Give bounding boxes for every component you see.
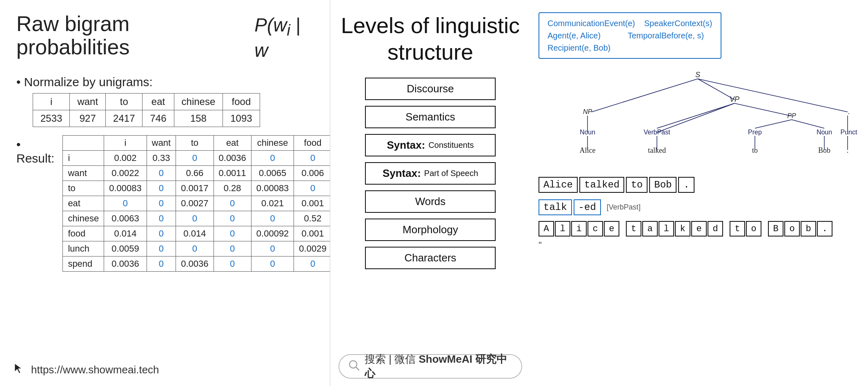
svg-line-10: [657, 103, 734, 128]
level-syntax-constituents: Syntax: Constituents: [365, 134, 496, 156]
svg-text:Noun: Noun: [817, 129, 832, 136]
morph-talk: talk: [539, 199, 572, 215]
footer: https://www.showmeai.tech: [12, 362, 159, 378]
svg-line-1: [356, 367, 359, 370]
footnote: ": [539, 240, 860, 250]
right-panel: Levels of linguisticstructure Discourse …: [330, 0, 868, 386]
words-sentence-section: Alice talked to Bob .: [539, 177, 860, 193]
svg-text:PP: PP: [787, 112, 796, 119]
svg-text:Punct: Punct: [841, 129, 857, 136]
left-panel: Raw bigram probabilities P(wi | w Normal…: [0, 0, 335, 386]
char-o2: o: [784, 221, 800, 237]
sem-line-1: CommunicationEvent(e) SpeakerContext(s): [548, 17, 712, 29]
char-a: a: [642, 221, 658, 237]
result-label: Result:: [16, 138, 54, 165]
formula-inline: P(wi | w: [254, 14, 318, 61]
unigram-table: iwanttoeatchinesefood 253392724177461581…: [33, 93, 260, 127]
main-title: Raw bigram probabilities: [16, 12, 246, 59]
level-syntax-pos: Syntax: Part of Speech: [365, 162, 496, 185]
levels-title: Levels of linguisticstructure: [341, 12, 520, 65]
svg-line-8: [698, 79, 734, 100]
char-B: B: [768, 221, 783, 237]
level-characters: Characters: [365, 247, 496, 269]
char-t: t: [626, 221, 641, 237]
level-semantics: Semantics: [365, 106, 496, 128]
semantic-box: CommunicationEvent(e) SpeakerContext(s) …: [539, 12, 721, 59]
sem-line-3: Recipient(e, Bob): [548, 42, 712, 54]
svg-text:VP: VP: [730, 95, 739, 103]
svg-line-9: [698, 79, 848, 112]
char-A: A: [539, 221, 554, 237]
verbpast-label: [VerbPast]: [607, 203, 641, 212]
svg-text:.: .: [848, 107, 850, 116]
bigram-table: iwanttoeatchinesefoodi0.0020.3300.003600…: [62, 135, 347, 272]
level-discourse: Discourse: [365, 78, 496, 100]
char-t2: t: [730, 221, 745, 237]
svg-text:NP: NP: [583, 108, 592, 115]
char-sp1: [620, 221, 625, 237]
char-i: i: [571, 221, 587, 237]
search-bar[interactable]: 搜索 | 微信 ShowMeAI 研究中心: [338, 354, 522, 379]
tree-section: CommunicationEvent(e) SpeakerContext(s) …: [530, 0, 868, 386]
parse-tree-svg: S VP NP PP .: [539, 65, 868, 171]
title-row: Raw bigram probabilities P(wi | w: [16, 12, 318, 63]
unigram-value-row: 253392724177461581093: [33, 110, 260, 127]
char-l2: l: [659, 221, 674, 237]
normalize-label: Normalize by unigrams:: [16, 75, 318, 89]
svg-text:Prep: Prep: [748, 129, 762, 136]
level-words: Words: [365, 190, 496, 213]
svg-line-12: [755, 120, 792, 128]
cursor-icon: [12, 362, 25, 378]
char-sp3: [762, 221, 767, 237]
char-l: l: [555, 221, 570, 237]
word-period: .: [678, 177, 694, 193]
char-row: A l i c e t a l k e d t o B o b .: [539, 221, 860, 237]
footer-url: https://www.showmeai.tech: [31, 364, 159, 376]
sem-line-2: Agent(e, Alice) TemporalBefore(e, s): [548, 29, 712, 42]
char-d: d: [708, 221, 723, 237]
char-e: e: [604, 221, 619, 237]
result-section: Result: iwanttoeatchinesefoodi0.0020.330…: [16, 135, 318, 272]
svg-line-13: [792, 120, 824, 128]
words-sentence-row: Alice talked to Bob .: [539, 177, 860, 193]
parse-tree-area: S VP NP PP .: [539, 65, 860, 173]
unigram-header-row: iwanttoeatchinesefood: [33, 94, 260, 110]
search-icon: [348, 359, 360, 374]
word-alice: Alice: [539, 177, 578, 193]
char-k: k: [675, 221, 690, 237]
char-b: b: [801, 221, 816, 237]
word-to: to: [626, 177, 648, 193]
level-morphology: Morphology: [365, 219, 496, 241]
word-bob: Bob: [649, 177, 677, 193]
word-talked: talked: [579, 177, 624, 193]
char-dot: .: [817, 221, 832, 237]
normalize-section: Normalize by unigrams: iwanttoeatchinese…: [16, 75, 318, 127]
morph-row: talk -ed [VerbPast]: [539, 199, 860, 215]
char-o: o: [746, 221, 761, 237]
levels-section: Levels of linguisticstructure Discourse …: [330, 0, 530, 386]
search-text: 搜索 | 微信 ShowMeAI 研究中心: [365, 352, 512, 381]
char-sp2: [724, 221, 729, 237]
char-e2: e: [691, 221, 707, 237]
svg-text:S: S: [695, 71, 700, 79]
svg-line-17: [657, 103, 734, 132]
char-c: c: [588, 221, 603, 237]
svg-line-7: [592, 79, 698, 112]
morph-ed: -ed: [574, 199, 601, 215]
svg-line-11: [734, 103, 792, 116]
